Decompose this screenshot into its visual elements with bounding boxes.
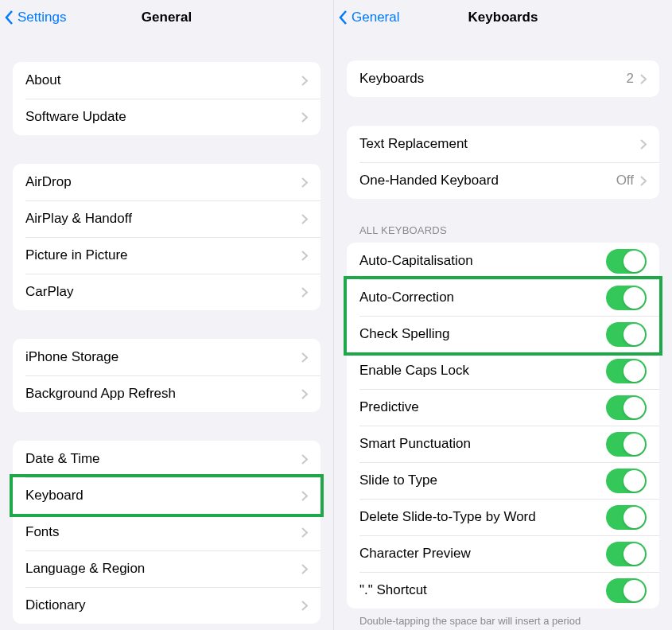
row-label: Date & Time — [25, 451, 301, 467]
page-title: Keyboards — [468, 10, 538, 25]
content: Keyboards 2 Text Replacement One-Handed … — [334, 60, 672, 627]
row-enable-caps-lock[interactable]: Enable Caps Lock — [347, 352, 659, 389]
toggle-switch[interactable] — [606, 542, 647, 566]
row-keyboards[interactable]: Keyboards 2 — [347, 60, 659, 97]
row-airdrop[interactable]: AirDrop — [13, 164, 320, 200]
chevron-right-icon — [640, 139, 647, 150]
row-label: CarPlay — [25, 284, 301, 300]
row-character-preview[interactable]: Character Preview — [347, 535, 659, 572]
toggle-switch[interactable] — [606, 505, 647, 530]
row-label: AirPlay & Handoff — [25, 211, 301, 227]
group-airdrop: AirDrop AirPlay & Handoff Picture in Pic… — [13, 164, 320, 310]
toggle-switch[interactable] — [606, 469, 647, 493]
row-text-replacement[interactable]: Text Replacement — [347, 126, 659, 162]
row-label: Slide to Type — [359, 472, 606, 488]
row-label: Predictive — [359, 399, 606, 415]
chevron-right-icon — [301, 454, 308, 465]
row-label: Text Replacement — [359, 136, 640, 152]
page-title: General — [142, 10, 192, 25]
row-slide-to-type[interactable]: Slide to Type — [347, 462, 659, 499]
chevron-right-icon — [640, 176, 647, 186]
chevron-right-icon — [301, 214, 308, 224]
row-label: "." Shortcut — [359, 582, 606, 598]
chevron-left-icon — [5, 10, 14, 25]
row-label: Keyboards — [359, 71, 627, 87]
row-software-update[interactable]: Software Update — [13, 99, 320, 135]
nav-bar: General Keyboards — [334, 0, 672, 35]
row-label: Software Update — [25, 109, 301, 125]
row-dictionary[interactable]: Dictionary — [13, 587, 320, 624]
row-smart-punctuation[interactable]: Smart Punctuation — [347, 426, 659, 462]
chevron-right-icon — [301, 527, 308, 538]
row-label: iPhone Storage — [25, 349, 301, 365]
row-fonts[interactable]: Fonts — [13, 514, 320, 550]
row-bg-refresh[interactable]: Background App Refresh — [13, 375, 320, 412]
chevron-right-icon — [301, 564, 308, 574]
nav-bar: Settings General — [0, 0, 333, 35]
row-label: One-Handed Keyboard — [359, 173, 616, 189]
row-delete-slide-word[interactable]: Delete Slide-to-Type by Word — [347, 499, 659, 535]
row-label: Keyboard — [25, 488, 301, 504]
row-label: Check Spelling — [359, 326, 606, 342]
chevron-left-icon — [339, 10, 348, 25]
row-label: Language & Region — [25, 561, 301, 577]
back-button[interactable]: Settings — [5, 0, 66, 35]
row-iphone-storage[interactable]: iPhone Storage — [13, 339, 320, 375]
chevron-right-icon — [301, 76, 308, 86]
toggle-switch[interactable] — [606, 249, 647, 274]
row-keyboard[interactable]: Keyboard — [13, 477, 320, 514]
row-value: Off — [616, 173, 634, 189]
row-predictive[interactable]: Predictive — [347, 389, 659, 426]
row-auto-capitalisation[interactable]: Auto-Capitalisation — [347, 243, 659, 279]
chevron-right-icon — [301, 287, 308, 298]
row-label: Background App Refresh — [25, 386, 301, 402]
toggle-switch[interactable] — [606, 578, 647, 603]
row-carplay[interactable]: CarPlay — [13, 274, 320, 310]
row-label: Enable Caps Lock — [359, 363, 606, 379]
chevron-right-icon — [640, 74, 647, 84]
chevron-right-icon — [301, 177, 308, 188]
group-keyboards: Keyboards 2 — [347, 60, 659, 97]
row-label: Delete Slide-to-Type by Word — [359, 509, 606, 525]
row-label: AirDrop — [25, 174, 301, 190]
toggle-switch[interactable] — [606, 395, 647, 420]
row-pip[interactable]: Picture in Picture — [13, 237, 320, 274]
row-label: About — [25, 72, 301, 88]
keyboards-settings-panel: General Keyboards Keyboards 2 Text Repla… — [334, 0, 672, 630]
group-storage: iPhone Storage Background App Refresh — [13, 339, 320, 412]
group-toggles: Auto-Capitalisation Auto-Correction Chec… — [347, 243, 659, 609]
content: About Software Update AirDrop AirPlay & … — [0, 62, 333, 624]
group-about: About Software Update — [13, 62, 320, 135]
chevron-right-icon — [301, 112, 308, 122]
chevron-right-icon — [301, 251, 308, 261]
row-about[interactable]: About — [13, 62, 320, 99]
row-auto-correction[interactable]: Auto-Correction — [347, 279, 659, 316]
back-label: Settings — [17, 10, 66, 25]
row-label: Character Preview — [359, 546, 606, 562]
general-settings-panel: Settings General About Software Update A… — [0, 0, 334, 630]
toggle-switch[interactable] — [606, 322, 647, 347]
row-one-handed[interactable]: One-Handed Keyboard Off — [347, 162, 659, 199]
row-language-region[interactable]: Language & Region — [13, 550, 320, 587]
row-period-shortcut[interactable]: "." Shortcut — [347, 572, 659, 609]
group-text-replacement: Text Replacement One-Handed Keyboard Off — [347, 126, 659, 199]
back-button[interactable]: General — [339, 0, 399, 35]
row-label: Auto-Correction — [359, 290, 606, 305]
row-date-time[interactable]: Date & Time — [13, 441, 320, 477]
toggle-switch[interactable] — [606, 359, 647, 383]
row-airplay[interactable]: AirPlay & Handoff — [13, 200, 320, 237]
back-label: General — [352, 10, 399, 25]
section-header-all-keyboards: ALL KEYBOARDS — [359, 224, 659, 236]
row-label: Auto-Capitalisation — [359, 253, 606, 269]
row-label: Dictionary — [25, 597, 301, 613]
row-label: Smart Punctuation — [359, 436, 606, 452]
row-value: 2 — [627, 71, 634, 87]
toggle-switch[interactable] — [606, 432, 647, 457]
toggle-switch[interactable] — [606, 286, 647, 310]
row-check-spelling[interactable]: Check Spelling — [347, 316, 659, 352]
row-label: Fonts — [25, 524, 301, 540]
row-label: Picture in Picture — [25, 247, 301, 263]
footer-note: Double-tapping the space bar will insert… — [359, 615, 647, 627]
chevron-right-icon — [301, 491, 308, 501]
chevron-right-icon — [301, 352, 308, 363]
